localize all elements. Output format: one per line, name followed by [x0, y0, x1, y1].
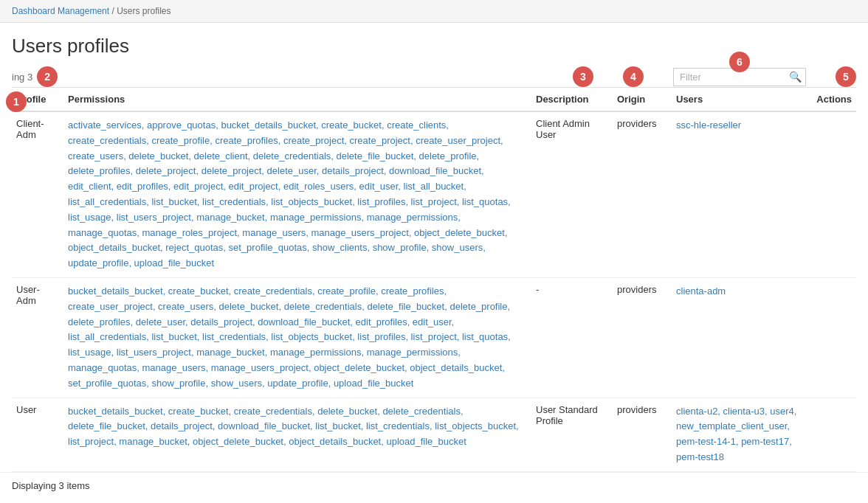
- cell-profile: User: [12, 398, 63, 471]
- cell-origin: providers: [613, 277, 672, 398]
- cell-actions[interactable]: [805, 398, 856, 471]
- table-wrapper: Profile Permissions Description Origin U…: [0, 87, 868, 472]
- badge-1: 1: [6, 91, 27, 112]
- th-users: Users: [672, 88, 805, 112]
- cell-permissions: bucket_details_bucket, create_bucket, cr…: [63, 398, 531, 471]
- breadcrumb-parent-link[interactable]: Dashboard Management: [12, 6, 109, 16]
- cell-description: Client Admin User: [531, 111, 613, 277]
- cell-actions[interactable]: [805, 277, 856, 398]
- cell-origin: providers: [613, 111, 672, 277]
- profiles-table: Profile Permissions Description Origin U…: [12, 87, 856, 472]
- table-row: User-Admbucket_details_bucket, create_bu…: [12, 277, 856, 398]
- table-row: Userbucket_details_bucket, create_bucket…: [12, 398, 856, 471]
- badge-2: 2: [37, 66, 58, 87]
- cell-permissions: activate_services, approve_quotas, bucke…: [63, 111, 531, 277]
- cell-users: clienta-adm: [672, 277, 805, 398]
- footer-info: Displaying 3 items: [0, 472, 868, 499]
- left-badges: ing 3 2: [12, 66, 58, 87]
- cell-permissions: bucket_details_bucket, create_bucket, cr…: [63, 277, 531, 398]
- th-origin: Origin: [613, 88, 672, 112]
- breadcrumb: Dashboard Management / Users profiles: [0, 0, 868, 23]
- th-permissions: Permissions: [63, 88, 531, 112]
- th-actions: Actions: [805, 88, 856, 112]
- page-title: Users profiles: [12, 35, 856, 58]
- badge-5: 5: [836, 66, 856, 87]
- cell-users: ssc-hle-reseller: [672, 111, 805, 277]
- badge-6: 6: [729, 52, 750, 72]
- cell-actions[interactable]: [805, 111, 856, 277]
- th-description: Description: [531, 88, 613, 112]
- filter-wrapper: 6 🔍: [673, 68, 806, 86]
- badge-4: 4: [623, 66, 644, 87]
- breadcrumb-current: Users profiles: [117, 6, 170, 16]
- cell-profile: User-Adm: [12, 277, 63, 398]
- table-row: Client-Admactivate_services, approve_quo…: [12, 111, 856, 277]
- displaying-text: Displaying 3 items: [12, 480, 90, 491]
- cell-profile: Client-Adm: [12, 111, 63, 277]
- badge-3: 3: [573, 66, 593, 87]
- cell-description: -: [531, 277, 613, 398]
- displaying-partial: ing 3: [12, 72, 32, 83]
- cell-origin: providers: [613, 398, 672, 471]
- breadcrumb-separator: /: [111, 6, 114, 16]
- search-icon: 🔍: [789, 71, 802, 83]
- cell-description: User Standard Profile: [531, 398, 613, 471]
- cell-users: clienta-u2, clienta-u3, user4, new_templ…: [672, 398, 805, 471]
